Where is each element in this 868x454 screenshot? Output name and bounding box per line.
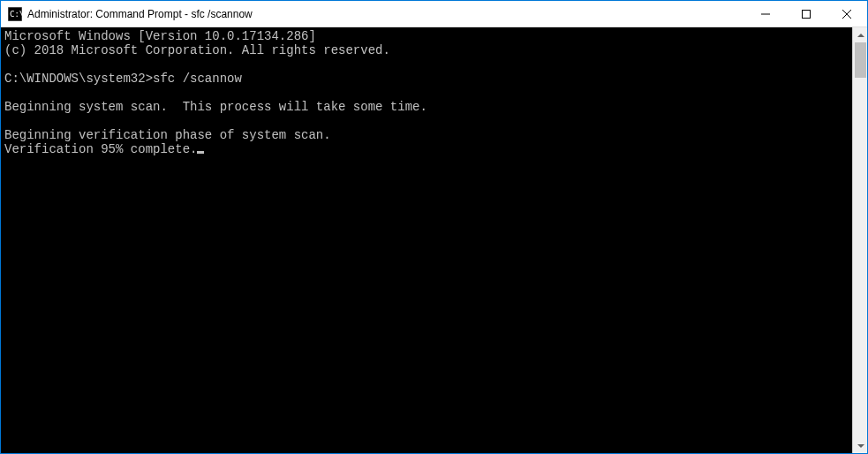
console-line: Beginning system scan. This process will… [4, 100, 427, 114]
console-line: (c) 2018 Microsoft Corporation. All righ… [4, 43, 390, 57]
console-line: Beginning verification phase of system s… [4, 128, 331, 142]
window-title: Administrator: Command Prompt - sfc /sca… [27, 8, 745, 20]
cmd-icon: C:\ [8, 7, 22, 21]
console-prompt: C:\WINDOWS\system32> [4, 72, 153, 86]
console-command: sfc /scannow [153, 72, 242, 86]
scroll-up-button[interactable] [853, 27, 868, 42]
minimize-button[interactable] [745, 1, 786, 27]
scroll-down-button[interactable] [853, 438, 868, 453]
titlebar: C:\ Administrator: Command Prompt - sfc … [1, 1, 867, 27]
cursor-icon [197, 151, 204, 154]
svg-rect-3 [803, 11, 811, 19]
window-controls [745, 1, 867, 26]
console-output[interactable]: Microsoft Windows [Version 10.0.17134.28… [1, 27, 852, 453]
scroll-thumb[interactable] [855, 42, 866, 78]
svg-text:C:\: C:\ [10, 10, 22, 19]
console-line: Microsoft Windows [Version 10.0.17134.28… [4, 29, 316, 43]
console-line: Verification 95% complete. [4, 142, 197, 156]
vertical-scrollbar[interactable] [852, 27, 867, 453]
maximize-button[interactable] [786, 1, 826, 27]
svg-marker-6 [857, 34, 864, 37]
close-button[interactable] [826, 1, 867, 27]
svg-marker-7 [857, 444, 864, 448]
console-area: Microsoft Windows [Version 10.0.17134.28… [1, 27, 867, 453]
